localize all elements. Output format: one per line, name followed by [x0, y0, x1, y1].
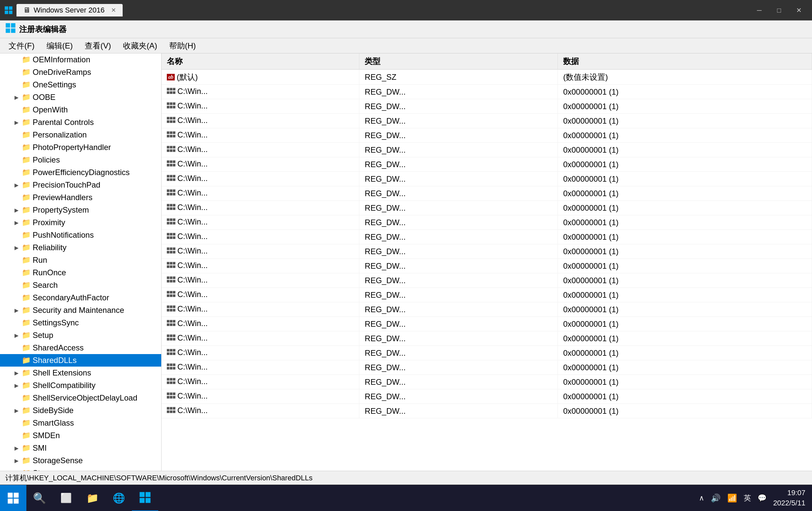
- tree-item[interactable]: ▶📁StorageSense: [0, 454, 161, 467]
- taskbar-ie-button[interactable]: 🌐: [106, 485, 132, 511]
- tree-toggle-icon[interactable]: ▶: [13, 219, 20, 226]
- tree-item[interactable]: ▶📁Parental Controls: [0, 116, 161, 129]
- tree-toggle-icon[interactable]: [13, 232, 20, 238]
- tree-item[interactable]: ▶📁SMI: [0, 442, 161, 454]
- tree-item[interactable]: ▶📁Proximity: [0, 216, 161, 229]
- table-row[interactable]: C:\Win...REG_DW...0x00000001 (1): [162, 157, 812, 172]
- table-row[interactable]: C:\Win...REG_DW...0x00000001 (1): [162, 215, 812, 230]
- table-row[interactable]: C:\Win...REG_DW...0x00000001 (1): [162, 99, 812, 114]
- tree-item[interactable]: 📁OEMInformation: [0, 53, 161, 66]
- col-name[interactable]: 名称: [162, 53, 359, 69]
- col-type[interactable]: 类型: [359, 53, 558, 69]
- table-row[interactable]: C:\Win...REG_DW...0x00000001 (1): [162, 85, 812, 99]
- clock[interactable]: 19:07 2022/5/11: [773, 488, 805, 508]
- tree-toggle-icon[interactable]: ▶: [13, 207, 20, 213]
- window-tab[interactable]: 🖥 Windows Server 2016 ✕: [17, 4, 123, 17]
- table-row[interactable]: ab(默认)REG_SZ(数值未设置): [162, 69, 812, 85]
- tab-close-icon[interactable]: ✕: [111, 7, 116, 14]
- tree-item[interactable]: 📁Personalization: [0, 129, 161, 141]
- tree-item[interactable]: ▶📁PropertySystem: [0, 204, 161, 216]
- tree-item[interactable]: 📁OneDriveRamps: [0, 66, 161, 79]
- table-row[interactable]: C:\Win...REG_DW...0x00000001 (1): [162, 186, 812, 201]
- col-data[interactable]: 数据: [558, 53, 812, 69]
- tree-item[interactable]: 📁PhotoPropertyHandler: [0, 141, 161, 153]
- start-button[interactable]: [0, 485, 26, 511]
- taskbar-search-button[interactable]: 🔍: [26, 485, 53, 511]
- tree-item[interactable]: 📁PreviewHandlers: [0, 191, 161, 204]
- table-row[interactable]: C:\Win...REG_DW...0x00000001 (1): [162, 244, 812, 259]
- minimize-button[interactable]: ─: [749, 0, 769, 21]
- table-row[interactable]: C:\Win...REG_DW...0x00000001 (1): [162, 273, 812, 288]
- maximize-button[interactable]: □: [769, 0, 789, 21]
- tree-item[interactable]: ▶📁ShellCompatibility: [0, 379, 161, 392]
- tree-toggle-icon[interactable]: [13, 395, 20, 401]
- table-row[interactable]: C:\Win...REG_DW...0x00000001 (1): [162, 346, 812, 360]
- taskbar-explorer-button[interactable]: 📁: [79, 485, 106, 511]
- tree-item[interactable]: 📁PushNotifications: [0, 229, 161, 241]
- tree-item[interactable]: 📁OpenWith: [0, 104, 161, 116]
- tree-item[interactable]: 📁Run: [0, 254, 161, 266]
- table-row[interactable]: C:\Win...REG_DW...0x00000001 (1): [162, 230, 812, 244]
- menu-favorites[interactable]: 收藏夹(A): [118, 38, 163, 53]
- tree-item[interactable]: 📁Search: [0, 279, 161, 291]
- tree-item[interactable]: ▶📁Setup: [0, 329, 161, 342]
- tree-item[interactable]: ▶📁Store: [0, 467, 161, 471]
- tree-toggle-icon[interactable]: [13, 357, 20, 364]
- tree-toggle-icon[interactable]: [13, 344, 20, 351]
- tree-item[interactable]: ▶📁Shell Extensions: [0, 367, 161, 379]
- tree-toggle-icon[interactable]: [13, 157, 20, 163]
- table-row[interactable]: C:\Win...REG_DW...0x00000001 (1): [162, 317, 812, 331]
- tree-toggle-icon[interactable]: [13, 81, 20, 88]
- table-row[interactable]: C:\Win...REG_DW...0x00000001 (1): [162, 288, 812, 302]
- tree-toggle-icon[interactable]: ▶: [13, 307, 20, 314]
- tree-toggle-icon[interactable]: [13, 282, 20, 288]
- tree-toggle-icon[interactable]: [13, 294, 20, 301]
- table-row[interactable]: C:\Win...REG_DW...0x00000001 (1): [162, 331, 812, 346]
- tree-pane[interactable]: 📁OEMInformation📁OneDriveRamps📁OneSetting…: [0, 53, 162, 471]
- tree-toggle-icon[interactable]: ▶: [13, 332, 20, 339]
- tree-item[interactable]: 📁SharedAccess: [0, 342, 161, 354]
- tree-toggle-icon[interactable]: [13, 420, 20, 426]
- tree-item[interactable]: 📁RunOnce: [0, 266, 161, 279]
- tree-toggle-icon[interactable]: ▶: [13, 457, 20, 464]
- tree-toggle-icon[interactable]: ▶: [13, 382, 20, 389]
- tree-item[interactable]: 📁SharedDLLs: [0, 354, 161, 367]
- tree-item[interactable]: ▶📁Security and Maintenance: [0, 304, 161, 316]
- tree-toggle-icon[interactable]: ▶: [13, 94, 20, 101]
- tree-toggle-icon[interactable]: ▶: [13, 244, 20, 251]
- table-row[interactable]: C:\Win...REG_DW...0x00000001 (1): [162, 143, 812, 157]
- tree-toggle-icon[interactable]: [13, 69, 20, 76]
- tray-lang-indicator[interactable]: 英: [744, 493, 751, 503]
- tree-toggle-icon[interactable]: [13, 432, 20, 439]
- table-row[interactable]: C:\Win...REG_DW...0x00000001 (1): [162, 404, 812, 418]
- tree-item[interactable]: 📁PowerEfficiencyDiagnostics: [0, 166, 161, 179]
- tree-toggle-icon[interactable]: [13, 269, 20, 276]
- tree-item[interactable]: ▶📁SideBySide: [0, 404, 161, 417]
- tree-toggle-icon[interactable]: [13, 257, 20, 263]
- table-row[interactable]: C:\Win...REG_DW...0x00000001 (1): [162, 114, 812, 128]
- menu-edit[interactable]: 编辑(E): [41, 38, 78, 53]
- table-row[interactable]: C:\Win...REG_DW...0x00000001 (1): [162, 128, 812, 143]
- tray-up-arrow[interactable]: ∧: [699, 494, 704, 503]
- table-row[interactable]: C:\Win...REG_DW...0x00000001 (1): [162, 259, 812, 273]
- table-row[interactable]: C:\Win...REG_DW...0x00000001 (1): [162, 389, 812, 404]
- menu-file[interactable]: 文件(F): [3, 38, 40, 53]
- tree-toggle-icon[interactable]: ▶: [13, 407, 20, 414]
- table-row[interactable]: C:\Win...REG_DW...0x00000001 (1): [162, 172, 812, 186]
- table-row[interactable]: C:\Win...REG_DW...0x00000001 (1): [162, 360, 812, 375]
- tree-item[interactable]: 📁OneSettings: [0, 79, 161, 91]
- tree-toggle-icon[interactable]: ▶: [13, 119, 20, 125]
- tree-item[interactable]: ▶📁PrecisionTouchPad: [0, 179, 161, 191]
- tree-item[interactable]: ▶📁Reliability: [0, 241, 161, 254]
- tree-toggle-icon[interactable]: ▶: [13, 445, 20, 451]
- tree-item[interactable]: 📁SettingsSync: [0, 316, 161, 329]
- table-row[interactable]: C:\Win...REG_DW...0x00000001 (1): [162, 201, 812, 215]
- tray-notification-icon[interactable]: 💬: [758, 494, 766, 503]
- taskbar-regedit-button[interactable]: [132, 485, 158, 511]
- tree-toggle-icon[interactable]: [13, 56, 20, 63]
- menu-view[interactable]: 查看(V): [80, 38, 116, 53]
- tree-toggle-icon[interactable]: [13, 194, 20, 201]
- table-row[interactable]: C:\Win...REG_DW...0x00000001 (1): [162, 375, 812, 389]
- tree-toggle-icon[interactable]: [13, 144, 20, 151]
- tree-item[interactable]: 📁SmartGlass: [0, 417, 161, 429]
